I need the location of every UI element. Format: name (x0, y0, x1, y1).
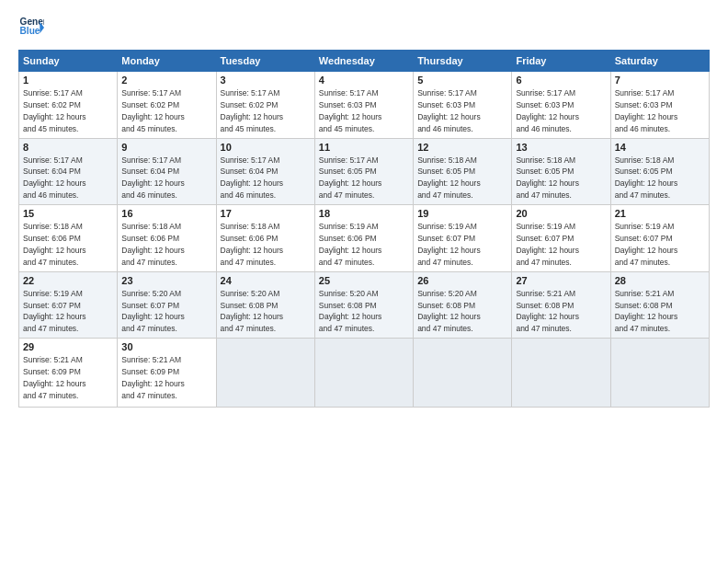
calendar-cell-10: 10Sunrise: 5:17 AMSunset: 6:04 PMDayligh… (216, 138, 314, 205)
calendar-cell-24: 24Sunrise: 5:20 AMSunset: 6:08 PMDayligh… (216, 271, 314, 339)
calendar-cell-20: 20Sunrise: 5:19 AMSunset: 6:07 PMDayligh… (512, 205, 610, 272)
svg-text:Blue: Blue (20, 26, 40, 36)
calendar-cell-26: 26Sunrise: 5:20 AMSunset: 6:08 PMDayligh… (414, 271, 512, 339)
calendar-cell-empty (610, 339, 709, 408)
col-header-friday: Friday (512, 51, 610, 72)
calendar-cell-27: 27Sunrise: 5:21 AMSunset: 6:08 PMDayligh… (512, 271, 610, 339)
calendar-cell-17: 17Sunrise: 5:18 AMSunset: 6:06 PMDayligh… (216, 205, 314, 272)
calendar-cell-16: 16Sunrise: 5:18 AMSunset: 6:06 PMDayligh… (118, 205, 216, 272)
logo-icon: General Blue (18, 15, 44, 40)
col-header-sunday: Sunday (19, 51, 118, 72)
calendar-cell-7: 7Sunrise: 5:17 AMSunset: 6:03 PMDaylight… (610, 72, 709, 139)
calendar-cell-18: 18Sunrise: 5:19 AMSunset: 6:06 PMDayligh… (314, 205, 413, 272)
calendar-cell-13: 13Sunrise: 5:18 AMSunset: 6:05 PMDayligh… (512, 138, 610, 205)
calendar-cell-29: 29Sunrise: 5:21 AMSunset: 6:09 PMDayligh… (19, 339, 118, 408)
calendar-cell-9: 9Sunrise: 5:17 AMSunset: 6:04 PMDaylight… (118, 138, 216, 205)
calendar-cell-5: 5Sunrise: 5:17 AMSunset: 6:03 PMDaylight… (414, 72, 512, 139)
calendar-cell-3: 3Sunrise: 5:17 AMSunset: 6:02 PMDaylight… (216, 72, 314, 139)
calendar-cell-28: 28Sunrise: 5:21 AMSunset: 6:08 PMDayligh… (610, 271, 709, 339)
calendar-week-2: 8Sunrise: 5:17 AMSunset: 6:04 PMDaylight… (19, 138, 710, 205)
calendar-week-1: 1Sunrise: 5:17 AMSunset: 6:02 PMDaylight… (19, 72, 710, 139)
col-header-monday: Monday (118, 51, 216, 72)
calendar-cell-15: 15Sunrise: 5:18 AMSunset: 6:06 PMDayligh… (19, 205, 118, 272)
calendar-week-4: 22Sunrise: 5:19 AMSunset: 6:07 PMDayligh… (19, 271, 710, 339)
calendar-cell-19: 19Sunrise: 5:19 AMSunset: 6:07 PMDayligh… (414, 205, 512, 272)
header-row: SundayMondayTuesdayWednesdayThursdayFrid… (19, 51, 710, 72)
col-header-wednesday: Wednesday (314, 51, 413, 72)
header: General Blue (18, 15, 710, 40)
calendar-cell-1: 1Sunrise: 5:17 AMSunset: 6:02 PMDaylight… (19, 72, 118, 139)
calendar-cell-22: 22Sunrise: 5:19 AMSunset: 6:07 PMDayligh… (19, 271, 118, 339)
calendar-week-3: 15Sunrise: 5:18 AMSunset: 6:06 PMDayligh… (19, 205, 710, 272)
calendar-cell-25: 25Sunrise: 5:20 AMSunset: 6:08 PMDayligh… (314, 271, 413, 339)
calendar-cell-2: 2Sunrise: 5:17 AMSunset: 6:02 PMDaylight… (118, 72, 216, 139)
logo: General Blue (18, 15, 44, 40)
calendar-cell-empty (314, 339, 413, 408)
calendar-cell-6: 6Sunrise: 5:17 AMSunset: 6:03 PMDaylight… (512, 72, 610, 139)
calendar-table: SundayMondayTuesdayWednesdayThursdayFrid… (18, 50, 710, 408)
col-header-tuesday: Tuesday (216, 51, 314, 72)
calendar-cell-empty (512, 339, 610, 408)
calendar-week-5: 29Sunrise: 5:21 AMSunset: 6:09 PMDayligh… (19, 339, 710, 408)
calendar-page: General Blue SundayMondayTuesdayWednesda… (0, 0, 728, 563)
col-header-saturday: Saturday (610, 51, 709, 72)
calendar-cell-30: 30Sunrise: 5:21 AMSunset: 6:09 PMDayligh… (118, 339, 216, 408)
calendar-cell-empty (414, 339, 512, 408)
calendar-cell-empty (216, 339, 314, 408)
calendar-cell-21: 21Sunrise: 5:19 AMSunset: 6:07 PMDayligh… (610, 205, 709, 272)
calendar-cell-14: 14Sunrise: 5:18 AMSunset: 6:05 PMDayligh… (610, 138, 709, 205)
col-header-thursday: Thursday (414, 51, 512, 72)
calendar-cell-11: 11Sunrise: 5:17 AMSunset: 6:05 PMDayligh… (314, 138, 413, 205)
calendar-cell-8: 8Sunrise: 5:17 AMSunset: 6:04 PMDaylight… (19, 138, 118, 205)
calendar-cell-4: 4Sunrise: 5:17 AMSunset: 6:03 PMDaylight… (314, 72, 413, 139)
calendar-cell-12: 12Sunrise: 5:18 AMSunset: 6:05 PMDayligh… (414, 138, 512, 205)
calendar-cell-23: 23Sunrise: 5:20 AMSunset: 6:07 PMDayligh… (118, 271, 216, 339)
